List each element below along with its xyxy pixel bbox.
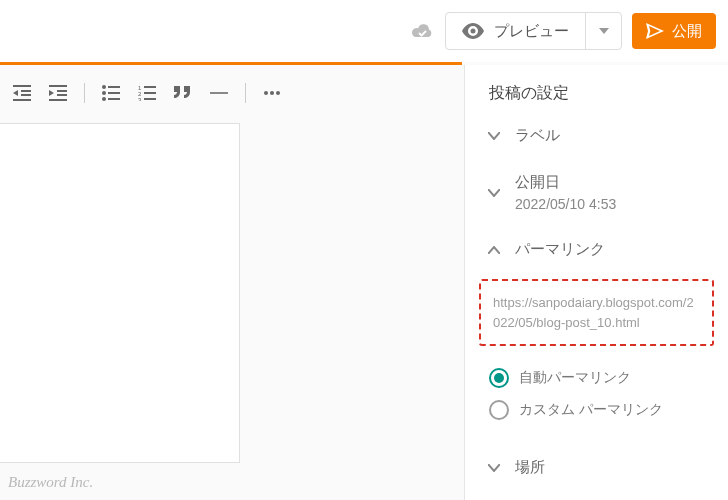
radio-custom-label: カスタム パーマリンク [519, 401, 663, 419]
publish-date-value: 2022/05/10 4:53 [515, 196, 708, 212]
bullet-list-button[interactable] [95, 77, 127, 109]
chevron-down-icon [485, 132, 503, 140]
svg-rect-18 [144, 86, 156, 88]
cloud-saved-icon [409, 22, 435, 40]
send-icon [646, 23, 664, 39]
permalink-label: パーマリンク [515, 240, 708, 259]
numbered-list-button[interactable]: 1 2 3 [131, 77, 163, 109]
svg-rect-19 [144, 92, 156, 94]
preview-button[interactable]: プレビュー [446, 13, 585, 49]
svg-rect-7 [57, 94, 67, 96]
svg-rect-6 [57, 90, 67, 92]
label-text: ラベル [515, 126, 708, 145]
location-label: 場所 [515, 458, 708, 477]
svg-text:3: 3 [138, 97, 142, 101]
svg-rect-13 [108, 92, 120, 94]
svg-point-11 [102, 97, 106, 101]
svg-rect-4 [13, 99, 31, 101]
outdent-button[interactable] [6, 77, 38, 109]
svg-point-22 [264, 91, 268, 95]
sidebar-section-permalink[interactable]: パーマリンク [465, 226, 728, 273]
chevron-down-icon [485, 189, 503, 197]
radio-unselected-icon [489, 400, 509, 420]
publish-button[interactable]: 公開 [632, 13, 716, 49]
more-button[interactable] [256, 77, 288, 109]
svg-point-0 [471, 29, 476, 34]
radio-selected-icon [489, 368, 509, 388]
publish-label: 公開 [672, 22, 702, 41]
svg-rect-12 [108, 86, 120, 88]
sidebar-section-location[interactable]: 場所 [465, 444, 728, 491]
chevron-down-icon [485, 464, 503, 472]
editor-canvas[interactable] [0, 123, 240, 463]
svg-rect-5 [49, 85, 67, 87]
radio-custom-permalink[interactable]: カスタム パーマリンク [489, 394, 704, 426]
caret-down-icon [599, 28, 609, 34]
svg-rect-14 [108, 98, 120, 100]
permalink-url-box: https://sanpodaiary.blogspot.com/2022/05… [479, 279, 714, 346]
preview-label: プレビュー [494, 22, 569, 41]
svg-rect-21 [210, 92, 228, 94]
sidebar-title: 投稿の設定 [465, 83, 728, 112]
svg-point-9 [102, 85, 106, 89]
eye-icon [462, 23, 484, 39]
svg-point-24 [276, 91, 280, 95]
svg-rect-2 [21, 90, 31, 92]
radio-auto-label: 自動パーマリンク [519, 369, 631, 387]
svg-point-23 [270, 91, 274, 95]
svg-rect-8 [49, 99, 67, 101]
publish-date-label: 公開日 [515, 173, 708, 192]
sidebar-section-publishdate[interactable]: 公開日 2022/05/10 4:53 [465, 159, 728, 226]
horizontal-rule-button[interactable] [203, 77, 235, 109]
indent-button[interactable] [42, 77, 74, 109]
svg-point-10 [102, 91, 106, 95]
preview-dropdown-button[interactable] [585, 13, 621, 49]
watermark: Buzzword Inc. [8, 474, 93, 491]
sidebar-section-labels[interactable]: ラベル [465, 112, 728, 159]
toolbar-separator [84, 83, 85, 103]
svg-rect-3 [21, 94, 31, 96]
svg-rect-20 [144, 98, 156, 100]
chevron-up-icon [485, 246, 503, 254]
svg-rect-1 [13, 85, 31, 87]
toolbar-separator [245, 83, 246, 103]
quote-button[interactable] [167, 77, 199, 109]
radio-auto-permalink[interactable]: 自動パーマリンク [489, 362, 704, 394]
permalink-url: https://sanpodaiary.blogspot.com/2022/05… [493, 295, 694, 330]
